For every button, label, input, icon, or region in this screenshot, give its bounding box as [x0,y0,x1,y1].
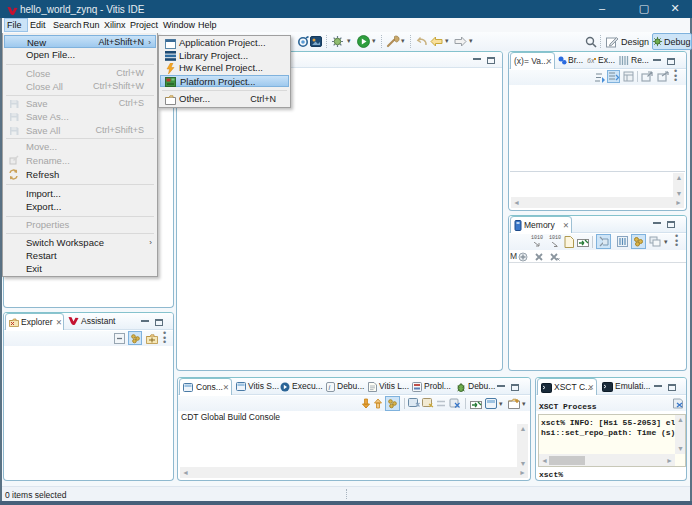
svg-text:6x: 6x [587,57,595,64]
